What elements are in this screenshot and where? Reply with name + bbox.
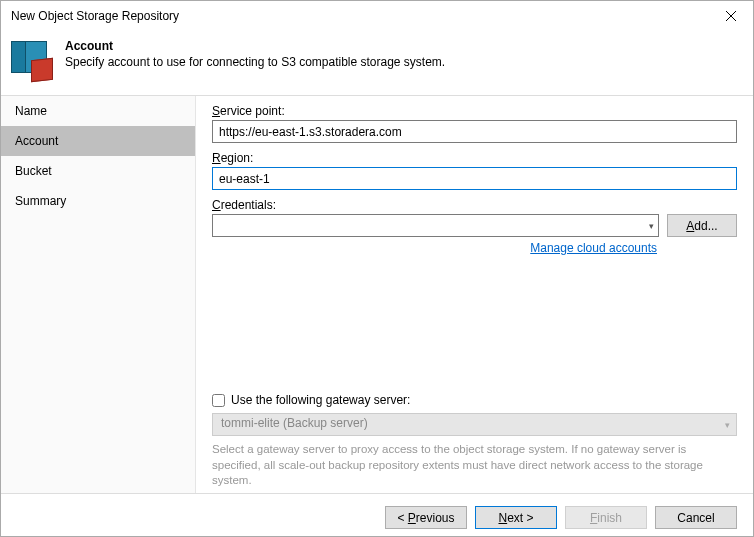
- credentials-value: [212, 214, 659, 237]
- close-button[interactable]: [708, 1, 753, 31]
- header: Account Specify account to use for conne…: [1, 31, 753, 95]
- gateway-server-select: tommi-elite (Backup server) ▾: [212, 413, 737, 436]
- credentials-select[interactable]: ▾: [212, 214, 659, 237]
- chevron-down-icon: ▾: [725, 420, 730, 430]
- wizard-sidebar: Name Account Bucket Summary: [1, 96, 196, 493]
- sidebar-item-account[interactable]: Account: [1, 126, 195, 156]
- body: Name Account Bucket Summary Service poin…: [1, 95, 753, 493]
- region-input[interactable]: [212, 167, 737, 190]
- header-subtitle: Specify account to use for connecting to…: [65, 55, 445, 69]
- close-icon: [726, 11, 736, 21]
- main-panel: Service point: Region: Credentials: ▾ Ad…: [196, 96, 753, 493]
- cancel-button[interactable]: Cancel: [655, 506, 737, 529]
- gateway-server-value: tommi-elite (Backup server): [221, 416, 368, 430]
- sidebar-item-summary[interactable]: Summary: [1, 186, 195, 216]
- window-title: New Object Storage Repository: [11, 9, 708, 23]
- next-button[interactable]: Next >: [475, 506, 557, 529]
- service-point-label: Service point:: [212, 104, 737, 118]
- gateway-block: Use the following gateway server: tommi-…: [212, 393, 737, 489]
- footer: < Previous Next > Finish Cancel: [1, 493, 753, 537]
- sidebar-item-bucket[interactable]: Bucket: [1, 156, 195, 186]
- gateway-hint: Select a gateway server to proxy access …: [212, 442, 737, 489]
- storage-icon: [11, 39, 53, 81]
- service-point-input[interactable]: [212, 120, 737, 143]
- previous-button[interactable]: < Previous: [385, 506, 467, 529]
- gateway-checkbox-label: Use the following gateway server:: [231, 393, 410, 407]
- header-text: Account Specify account to use for conne…: [65, 39, 445, 69]
- credentials-label: Credentials:: [212, 198, 737, 212]
- sidebar-item-name[interactable]: Name: [1, 96, 195, 126]
- add-credentials-button[interactable]: Add...: [667, 214, 737, 237]
- manage-cloud-accounts-link[interactable]: Manage cloud accounts: [530, 241, 657, 255]
- gateway-checkbox-row[interactable]: Use the following gateway server:: [212, 393, 737, 407]
- titlebar: New Object Storage Repository: [1, 1, 753, 31]
- finish-button: Finish: [565, 506, 647, 529]
- gateway-checkbox[interactable]: [212, 394, 225, 407]
- region-label: Region:: [212, 151, 737, 165]
- header-title: Account: [65, 39, 445, 53]
